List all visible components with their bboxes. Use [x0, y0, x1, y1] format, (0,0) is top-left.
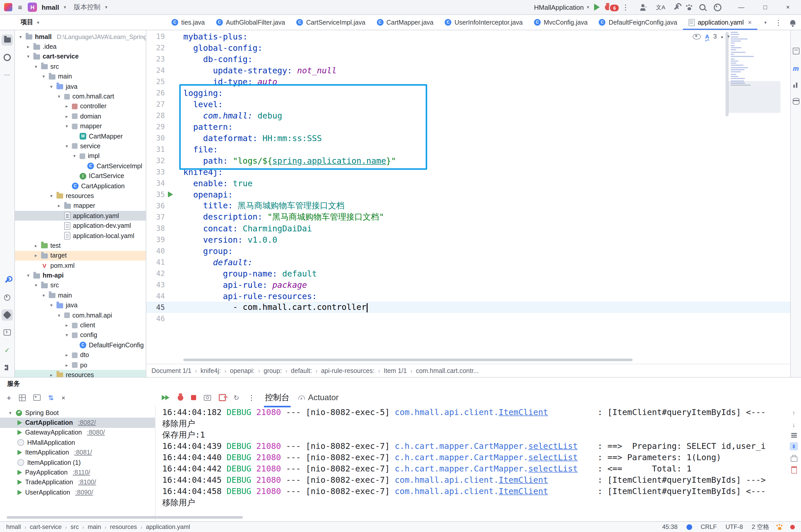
service-hmallapplication[interactable]: HMallApplication: [0, 438, 155, 448]
statusbar-path-hmall[interactable]: hmall: [6, 523, 21, 530]
scroll-to-end-icon[interactable]: ⇟: [790, 442, 798, 451]
statusbar-path-cart-service[interactable]: cart-service: [30, 523, 61, 530]
breadcrumb-item-group[interactable]: group:: [264, 367, 282, 374]
services-panel-title[interactable]: 服务: [0, 378, 801, 390]
clear-console-icon[interactable]: [791, 466, 797, 474]
stop-process-icon[interactable]: [191, 395, 196, 400]
chevron-icon[interactable]: ▸: [33, 243, 38, 248]
caret-position[interactable]: 45:38: [662, 523, 677, 530]
file-encoding[interactable]: UTF-8: [726, 523, 743, 530]
run-configuration-selector[interactable]: HMallApplication ▾: [534, 3, 589, 11]
chevron-icon[interactable]: ▾: [49, 193, 54, 198]
tree-item-test[interactable]: ▸test: [15, 241, 146, 251]
tab-userinfointerceptor-java[interactable]: CUserInfoInterceptor.java: [439, 15, 528, 30]
statusbar-path-resources[interactable]: resources: [110, 523, 137, 530]
notifications-bell-icon[interactable]: [790, 20, 795, 25]
service-gatewayapplication[interactable]: GatewayApplication:8080/: [0, 428, 155, 438]
terminal-tool-icon[interactable]: [2, 327, 13, 338]
group-services-icon[interactable]: [19, 394, 26, 401]
build-tool-icon[interactable]: [2, 274, 13, 286]
line-separator[interactable]: CRLF: [700, 523, 717, 530]
service-port-link[interactable]: :8090/: [75, 489, 93, 496]
tab-mvcconfig-java[interactable]: CMvcConfig.java: [528, 15, 593, 30]
logger-link[interactable]: selectList: [528, 464, 578, 474]
tree-item-resources[interactable]: ▾resources: [15, 191, 146, 201]
code-with-me-icon[interactable]: [640, 4, 648, 10]
close-icon[interactable]: ×: [748, 18, 752, 26]
soft-wrap-icon[interactable]: [791, 433, 797, 438]
editor-line-29[interactable]: 29 pattern:: [146, 121, 790, 132]
vcs-widget[interactable]: 版本控制: [74, 3, 101, 12]
sort-services-icon[interactable]: ⇅: [48, 394, 54, 401]
tab-console[interactable]: 控制台: [264, 390, 291, 405]
tree-item-java[interactable]: ▾java: [15, 81, 146, 92]
statusbar-breadcrumb[interactable]: hmall›cart-service›src›main›resources›ap…: [6, 523, 190, 530]
tree-item-impl[interactable]: ▾impl: [15, 151, 146, 161]
service-port-link[interactable]: :8081/: [74, 449, 92, 456]
chevron-icon[interactable]: ▾: [49, 303, 54, 308]
tab-spring-factories[interactable]: Sspring.factories: [757, 15, 759, 30]
editor-line-25[interactable]: 25 id-type: auto: [146, 76, 790, 87]
indent-style[interactable]: 2 空格: [752, 522, 769, 531]
minimap-viewport[interactable]: [728, 81, 781, 113]
editor-line-40[interactable]: 40 group:: [146, 245, 790, 256]
git-tool-icon[interactable]: [2, 362, 13, 373]
problems-tool-icon[interactable]: ✓: [2, 344, 13, 356]
editor-line-33[interactable]: 33knife4j:: [146, 166, 790, 177]
history-tool-icon[interactable]: [2, 292, 13, 303]
next-problem-icon[interactable]: ▾: [727, 34, 730, 39]
chevron-icon[interactable]: ▾: [56, 94, 61, 99]
scroll-up-icon[interactable]: ↑: [792, 410, 795, 417]
tree-item-cart-service[interactable]: ▾cart-service: [15, 52, 146, 62]
tab-defaultfeignconfig-java[interactable]: CDefaultFeignConfig.java: [593, 15, 683, 30]
assistant-paw-icon[interactable]: [778, 527, 782, 530]
tree-item-pom-xml[interactable]: Vpom.xml: [15, 261, 146, 271]
scroll-down-icon[interactable]: ↓: [792, 421, 795, 429]
logger-link[interactable]: selectList: [528, 441, 578, 451]
tree-item-application-local-yaml[interactable]: application-local.yaml: [15, 231, 146, 241]
console-output[interactable]: 16:44:04:182 DEBUG 21080 --- [nio-8082-e…: [156, 405, 801, 521]
project-tool-icon[interactable]: [2, 34, 13, 46]
main-menu-icon[interactable]: ≡: [17, 3, 23, 11]
tree-item-java[interactable]: ▾java: [15, 300, 146, 310]
chevron-icon[interactable]: ▸: [49, 373, 54, 377]
tree-item-com-hmall-api[interactable]: ▾com.hmall.api: [15, 310, 146, 320]
chevron-icon[interactable]: ▾: [64, 144, 69, 149]
breadcrumb-item-api-rule-resources[interactable]: api-rule-resources:: [321, 367, 374, 374]
service-payapplication[interactable]: PayApplication:8110/: [0, 468, 155, 478]
tree-item-dto[interactable]: ▸dto: [15, 350, 146, 360]
more-tools-icon[interactable]: ⋯: [2, 69, 13, 80]
breadcrumb-item-openapi[interactable]: openapi:: [230, 367, 255, 374]
run-button[interactable]: [594, 4, 600, 11]
editor-line-36[interactable]: 36 title: 黑马商城购物车管理接口文档: [146, 200, 790, 211]
chevron-icon[interactable]: ▸: [64, 362, 69, 367]
tree-item-icartservice[interactable]: IICartService: [15, 171, 146, 181]
editor-line-32[interactable]: 32 path: "logs/${spring.application.name…: [146, 155, 790, 166]
chevron-icon[interactable]: ▸: [64, 114, 69, 119]
service-userapplication[interactable]: UserApplication:8090/: [0, 487, 155, 497]
editor-line-22[interactable]: 22 global-config:: [146, 42, 790, 53]
tree-item-com-hmall-cart[interactable]: ▾com.hmall.cart: [15, 92, 146, 101]
tree-item-idea[interactable]: ▸.idea: [15, 42, 146, 52]
chevron-icon[interactable]: ▸: [33, 253, 38, 258]
chevron-icon[interactable]: ▾: [49, 84, 54, 89]
chevron-icon[interactable]: ▾: [26, 54, 31, 59]
service-view-icon[interactable]: [33, 395, 40, 401]
maven-tool-icon[interactable]: m: [793, 65, 799, 72]
tree-item-cartserviceimpl[interactable]: CCartServiceImpl: [15, 161, 146, 171]
tree-item-controller[interactable]: ▸controller: [15, 101, 146, 111]
chevron-icon[interactable]: ▾: [64, 333, 69, 338]
editor-line-39[interactable]: 39 version: v1.0.0: [146, 234, 790, 245]
tree-item-target[interactable]: ▸target: [15, 251, 146, 261]
tab-ties-java[interactable]: Cties.java: [166, 15, 211, 30]
editor-line-24[interactable]: 24 update-strategy: not_null: [146, 65, 790, 76]
editor-line-41[interactable]: 41 default:: [146, 256, 790, 268]
service-port-link[interactable]: :8100/: [78, 479, 96, 486]
service-tradeapplication[interactable]: TradeApplication:8100/: [0, 477, 155, 487]
more-actions-icon[interactable]: ⋮: [621, 3, 630, 11]
statusbar-path-application-yaml[interactable]: application.yaml: [146, 523, 190, 530]
logger-link[interactable]: ItemClient: [498, 407, 548, 417]
tree-item-po[interactable]: ▸po: [15, 360, 146, 370]
tree-item-defaultfeignconfig[interactable]: CDefaultFeignConfig: [15, 340, 146, 350]
editor-line-43[interactable]: 43 api-rule: package: [146, 279, 790, 290]
